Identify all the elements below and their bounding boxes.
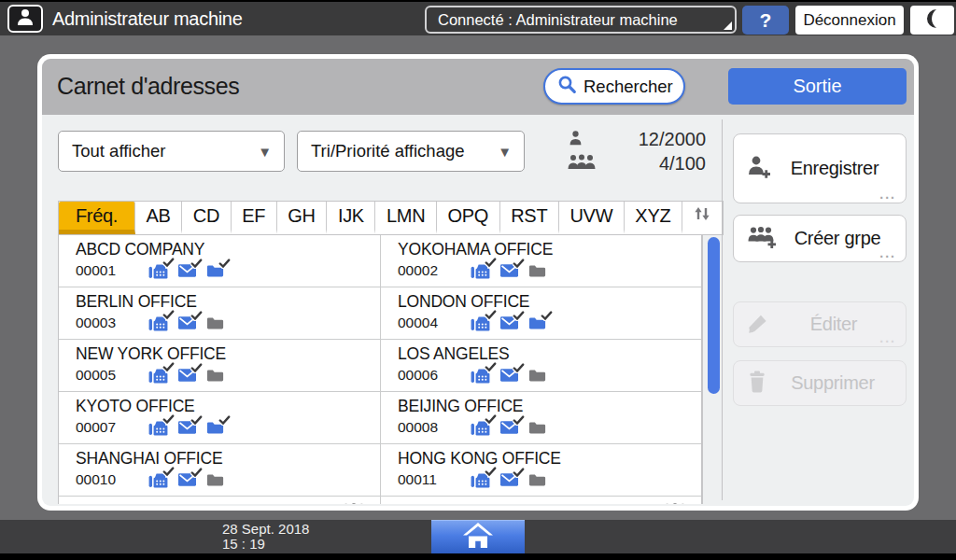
scrollbar-track[interactable] <box>702 235 724 504</box>
search-button[interactable]: Rechercher <box>543 68 685 105</box>
more-dots: ... <box>879 188 896 201</box>
tab-ijk[interactable]: IJK <box>327 202 375 234</box>
register-button[interactable]: Enregistrer ... <box>733 133 907 203</box>
delete-button[interactable]: Supprimer <box>733 360 907 406</box>
display-filter-dropdown[interactable]: Tout afficher ▼ <box>58 131 285 172</box>
trash-icon <box>747 371 767 397</box>
email-icon <box>178 369 196 382</box>
folder-icon <box>206 316 224 330</box>
contact-cell[interactable]: LOS ANGELES 00006 <box>380 340 701 392</box>
logged-in-user-title: Administrateur machine <box>52 2 243 35</box>
folder-icon <box>528 264 546 278</box>
top-bar: Administrateur machine Connecté : Admini… <box>0 2 956 35</box>
fax-icon <box>471 315 490 331</box>
email-icon <box>178 421 196 434</box>
display-filter-value: Tout afficher <box>72 141 165 161</box>
tab-rst[interactable]: RST <box>500 202 559 234</box>
email-icon <box>500 369 518 382</box>
sort-filter-dropdown[interactable]: Tri/Priorité affichage ▼ <box>297 131 525 172</box>
fax-icon <box>471 368 490 384</box>
moon-icon <box>922 7 943 34</box>
fax-icon <box>148 263 168 279</box>
tab-lmn[interactable]: LMN <box>375 202 436 234</box>
register-label: Enregistrer <box>771 158 898 179</box>
date-label: 28 Sept. 2018 <box>222 522 309 537</box>
fax-icon <box>148 472 168 488</box>
edit-button[interactable]: Éditer ... <box>733 301 907 347</box>
fax-icon <box>148 420 168 436</box>
email-icon <box>500 316 518 329</box>
alpha-tabs: Fréq.ABCDEFGHIJKLMNOPQRSTUVWXYZ <box>58 201 724 235</box>
switch-title-button[interactable] <box>682 202 723 234</box>
user-icon <box>15 7 35 30</box>
bottom-bar: 28 Sept. 2018 15 : 19 <box>0 520 956 553</box>
search-label: Rechercher <box>583 77 673 97</box>
email-icon <box>500 264 518 277</box>
fax-icon <box>471 472 490 488</box>
tab-gh[interactable]: GH <box>277 202 328 234</box>
tab-cd[interactable]: CD <box>182 202 231 234</box>
group-icon <box>341 503 367 504</box>
more-dots: ... <box>879 331 896 344</box>
pencil-icon <box>747 312 769 338</box>
login-status-label: Connecté : Administrateur machine <box>438 11 678 29</box>
group-cell[interactable]: Branch 02 <box>380 497 701 504</box>
sort-filter-value: Tri/Priorité affichage <box>311 141 465 161</box>
single-person-icon <box>568 129 583 150</box>
panel-body: Tout afficher ▼ Tri/Priorité affichage ▼… <box>42 115 914 506</box>
folder-icon <box>206 264 224 278</box>
corner-caret-icon <box>724 21 732 30</box>
tab-opq[interactable]: OPQ <box>437 202 500 234</box>
login-status-dropdown[interactable]: Connecté : Administrateur machine <box>425 6 737 34</box>
group-icon <box>662 503 688 504</box>
group-cell[interactable]: Branch 01 <box>59 497 380 504</box>
search-icon <box>557 75 577 99</box>
folder-icon <box>528 473 546 487</box>
home-icon <box>462 522 494 553</box>
chevron-down-icon: ▼ <box>498 144 512 160</box>
tab-uvw[interactable]: UVW <box>559 202 625 234</box>
email-icon <box>178 316 196 329</box>
tab-ab[interactable]: AB <box>135 202 182 234</box>
contact-cell[interactable]: ABCD COMPANY 00001 <box>59 235 380 287</box>
fax-icon <box>471 263 490 279</box>
tab-xyz[interactable]: XYZ <box>625 202 682 234</box>
home-button[interactable] <box>431 520 525 553</box>
group-plus-icon <box>747 226 777 252</box>
contact-cell[interactable]: LONDON OFFICE 00004 <box>380 287 701 340</box>
folder-icon <box>206 369 224 383</box>
folder-icon <box>528 369 546 383</box>
capacity-counters: 12/2000 4/100 <box>568 127 706 175</box>
tab-frq[interactable]: Fréq. <box>59 202 135 234</box>
delete-label: Supprimer <box>767 372 898 394</box>
time-label: 15 : 19 <box>222 537 309 552</box>
night-mode-button[interactable] <box>910 6 954 35</box>
email-icon <box>500 473 518 486</box>
chevron-down-icon: ▼ <box>258 144 272 160</box>
tab-ef[interactable]: EF <box>232 202 277 234</box>
folder-icon <box>528 316 546 330</box>
entries-count-value: 12/2000 <box>639 129 706 150</box>
folder-icon <box>206 473 224 487</box>
contact-cell[interactable]: BERLIN OFFICE 00003 <box>59 287 380 340</box>
exit-button[interactable]: Sortie <box>728 68 907 105</box>
contact-cell[interactable]: SHANGHAI OFFICE 00010 <box>59 444 380 497</box>
contact-cell[interactable]: BEIJING OFFICE 00008 <box>380 392 701 444</box>
contact-cell[interactable]: NEW YORK OFFICE 00005 <box>59 340 380 392</box>
swap-arrows-icon <box>692 204 712 227</box>
email-icon <box>178 264 196 277</box>
user-key-button[interactable] <box>7 5 43 33</box>
scrollbar-thumb[interactable] <box>708 237 720 394</box>
create-group-button[interactable]: Créer grpe ... <box>733 215 907 262</box>
help-button[interactable]: ? <box>742 6 789 35</box>
contact-cell[interactable]: YOKOHAMA OFFICE 00002 <box>380 235 701 287</box>
fax-icon <box>148 315 168 331</box>
contact-cell[interactable]: KYOTO OFFICE 00007 <box>59 392 380 444</box>
email-icon <box>500 421 518 434</box>
more-dots: ... <box>879 246 896 259</box>
date-time: 28 Sept. 2018 15 : 19 <box>222 522 309 552</box>
logout-button[interactable]: Déconnexion <box>795 6 904 35</box>
fax-icon <box>148 368 168 384</box>
page-title: Carnet d'adresses <box>57 59 239 115</box>
contact-cell[interactable]: HONG KONG OFFICE 00011 <box>380 444 701 497</box>
